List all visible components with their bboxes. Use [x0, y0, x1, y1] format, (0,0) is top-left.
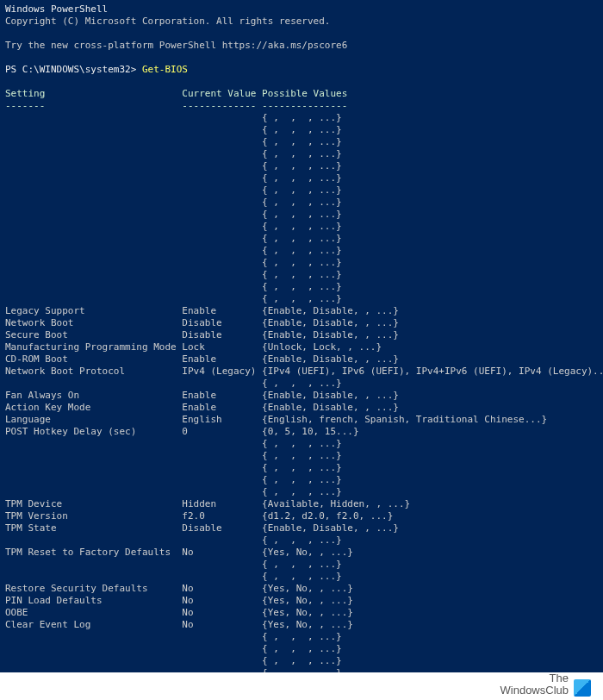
ps-copyright: Copyright (C) Microsoft Corporation. All… — [5, 16, 331, 27]
powershell-terminal[interactable]: Windows PowerShell Copyright (C) Microso… — [0, 0, 603, 672]
ps-command: Get-BIOS — [142, 64, 188, 75]
ps-try-line: Try the new cross-platform PowerShell ht… — [5, 40, 347, 51]
windowsclub-logo-icon — [574, 679, 591, 697]
bios-output: { , , , ...} { , , , ...} { , , , ...} {… — [5, 112, 603, 672]
watermark: The WindowsClub — [500, 672, 591, 697]
table-header-rule: ------- ------------- --------------- — [5, 100, 347, 111]
ps-prompt-1: PS C:\WINDOWS\system32> — [5, 64, 142, 75]
table-header: Setting Current Value Possible Values — [5, 88, 347, 99]
watermark-line1: The — [550, 672, 569, 684]
watermark-line2: WindowsClub — [500, 684, 569, 697]
ps-title: Windows PowerShell — [5, 3, 108, 15]
